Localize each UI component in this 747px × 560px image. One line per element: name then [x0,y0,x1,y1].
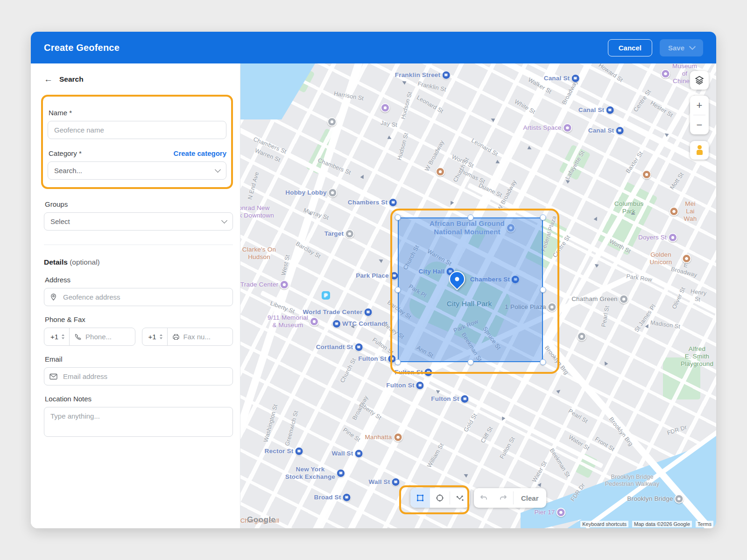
fax-input[interactable] [180,333,233,341]
page-title: Create Geofence [44,42,120,53]
zoom-control: + − [690,96,709,134]
polygon-tool-icon [455,493,465,503]
geofence-name-input[interactable] [48,121,226,139]
geofence-handle[interactable] [540,287,546,293]
undo-button[interactable] [474,488,493,508]
chevron-down-icon [689,43,696,50]
zoom-out-button[interactable]: − [690,115,709,134]
terms-link[interactable]: Terms [696,521,713,527]
map-canvas[interactable]: Franklin StreetMFranklin StHarrison StLe… [240,63,716,528]
phone-group: +1 [44,328,135,346]
redo-button[interactable] [493,488,513,508]
geofence-layer [240,63,716,528]
sidebar: ← Search Name * Category * Create catego… [31,63,240,528]
chevron-down-icon [221,217,227,224]
address-input[interactable] [44,288,233,306]
email-envelope-icon [49,373,57,380]
undo-icon [479,493,488,503]
location-notes-textarea[interactable] [44,407,233,437]
groups-placeholder: Select [50,217,70,225]
details-optional: (optional) [70,258,100,266]
fax-group: +1 [142,328,233,346]
street-view-pegman-button[interactable] [690,141,709,160]
geofence-handle[interactable] [540,215,546,221]
geofence-rectangle[interactable] [398,217,543,362]
zoom-in-button[interactable]: + [690,96,709,115]
category-label: Category * [49,149,82,157]
cancel-button[interactable]: Cancel [608,39,652,56]
details-label: Details [44,258,68,266]
google-watermark: Google [247,515,276,525]
clear-button[interactable]: Clear [514,488,546,508]
rectangle-tool-button[interactable] [410,488,430,508]
redo-icon [499,493,508,503]
create-geofence-window: Create Geofence Cancel Save ← Search Nam… [31,32,716,528]
circle-tool-button[interactable] [430,488,450,508]
location-pin-icon [49,293,57,301]
map-attribution: Keyboard shortcuts Map data ©2026 Google… [580,521,713,527]
geofence-handle[interactable] [395,287,401,293]
phone-country-code[interactable]: +1 [44,328,70,345]
geofence-handle[interactable] [395,359,401,365]
geofence-handle[interactable] [540,359,546,365]
create-category-link[interactable]: Create category [174,149,226,157]
groups-label: Groups [45,200,233,208]
category-select[interactable]: Search... [48,161,226,180]
phone-input[interactable] [82,333,134,341]
email-input[interactable] [44,367,233,385]
phone-fax-label: Phone & Fax [45,315,233,323]
highlight-name-category: Name * Category * Create category Search… [41,95,233,189]
header: Create Geofence Cancel Save [31,32,716,63]
section-divider [44,245,233,245]
draw-tools-toolbar [410,488,470,508]
name-label: Name * [49,109,226,117]
stepper-icon[interactable] [62,334,64,339]
address-label: Address [45,276,233,284]
email-label: Email [45,355,233,363]
back-arrow-icon[interactable]: ← [44,75,53,84]
category-placeholder: Search... [54,167,82,175]
circle-tool-icon [435,493,444,503]
polygon-tool-button[interactable] [450,488,470,508]
stepper-icon[interactable] [160,334,162,339]
location-notes-label: Location Notes [45,395,233,403]
keyboard-shortcuts-link[interactable]: Keyboard shortcuts [580,521,628,527]
map-data-copyright: Map data ©2026 Google [632,521,692,527]
geofence-handle[interactable] [467,359,473,365]
groups-select[interactable]: Select [44,212,233,231]
map-layers-button[interactable] [690,71,709,90]
back-to-search[interactable]: ← Search [31,63,240,88]
pegman-icon [697,145,703,155]
fax-printer-icon [172,333,180,341]
phone-icon [74,333,82,341]
search-label: Search [59,75,84,84]
fax-country-code[interactable]: +1 [142,328,168,345]
chevron-down-icon [215,167,221,173]
edit-actions-toolbar: Clear [474,488,546,508]
rectangle-tool-icon [416,493,425,503]
geofence-handle[interactable] [467,215,473,221]
geofence-handle[interactable] [395,215,401,221]
layers-icon [694,75,705,85]
save-button[interactable]: Save [660,39,703,56]
details-heading: Details (optional) [44,258,233,266]
save-button-label: Save [668,44,684,52]
